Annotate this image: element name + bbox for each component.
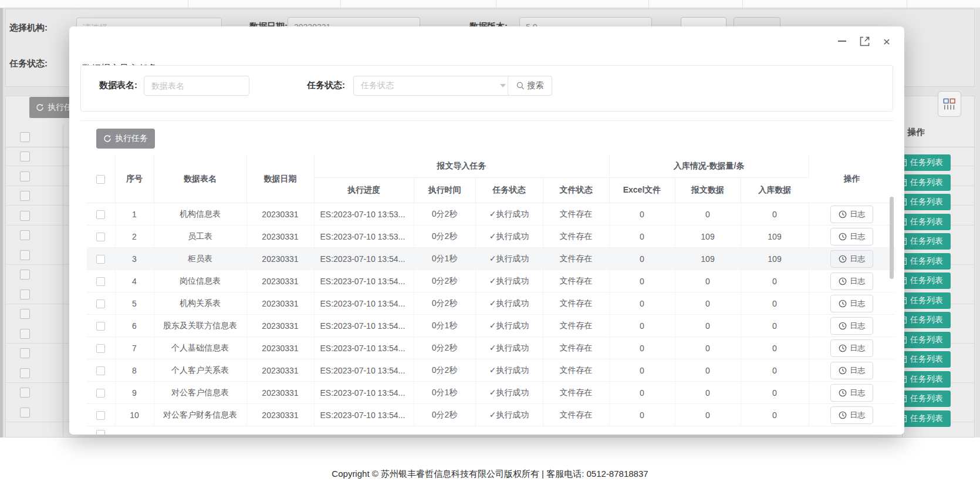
section-divider — [80, 120, 893, 121]
row-checkbox[interactable] — [96, 344, 105, 353]
background-row-checkbox[interactable] — [20, 270, 30, 280]
row-checkbox-cell — [87, 292, 115, 315]
row-no: 2 — [115, 226, 154, 248]
task-list-label: 任务列表 — [910, 275, 943, 286]
row-checkbox[interactable] — [96, 389, 105, 398]
row-checkbox-cell — [87, 226, 115, 248]
maximize-button[interactable] — [857, 34, 871, 48]
log-button[interactable]: 日志 — [830, 317, 873, 335]
row-progress: ES:2023-07-10 13:54... — [314, 270, 414, 292]
minimize-button[interactable] — [835, 34, 849, 48]
row-checkbox[interactable] — [96, 277, 105, 286]
task-status-select[interactable]: 任务状态 — [353, 76, 513, 96]
background-top-table-edge — [0, 0, 980, 8]
row-progress: ES:2023-07-10 13:54... — [314, 248, 414, 270]
select-all-checkbox[interactable] — [96, 175, 105, 184]
row-db-count: 0 — [741, 382, 809, 404]
log-button[interactable]: 日志 — [830, 384, 873, 402]
log-button[interactable]: 日志 — [830, 362, 873, 379]
log-button[interactable]: 日志 — [830, 228, 873, 245]
row-no: 10 — [115, 404, 154, 426]
task-list-label: 任务列表 — [910, 393, 943, 404]
log-button[interactable]: 日志 — [830, 339, 873, 357]
background-row-checkbox[interactable] — [20, 230, 30, 240]
divider — [907, 0, 907, 8]
table-row: 5机构关系表20230331ES:2023-07-10 13:54...0分2秒… — [87, 292, 895, 315]
column-settings-icon — [943, 98, 956, 110]
row-checkbox[interactable] — [96, 322, 105, 331]
column-settings-button[interactable] — [938, 91, 961, 117]
row-checkbox-cell — [87, 315, 115, 337]
row-msg-count: 109 — [675, 248, 741, 270]
table-scrollbar[interactable] — [890, 197, 894, 279]
row-file-status: 文件存在 — [543, 315, 609, 337]
execute-task-button[interactable]: 执行任务 — [96, 129, 155, 149]
background-operation-header: 操作 — [907, 127, 925, 138]
row-db-count: 0 — [741, 337, 809, 359]
clock-icon — [839, 411, 847, 419]
row-operation-cell: 日志 — [809, 270, 895, 292]
col-header-progress: 执行进度 — [314, 178, 414, 203]
clock-icon — [839, 210, 847, 218]
footer: Copyright © 苏州银丰睿哲信息科技有限公司版权所有 | 客服电话: 0… — [0, 437, 980, 488]
background-row-checkbox[interactable] — [20, 408, 30, 418]
clock-icon — [839, 389, 847, 397]
background-select-all-checkbox[interactable] — [20, 132, 30, 142]
background-row-checkbox[interactable] — [20, 388, 30, 398]
row-checkbox[interactable] — [96, 210, 105, 219]
row-checkbox[interactable] — [96, 366, 105, 375]
row-checkbox[interactable] — [96, 233, 105, 241]
row-msg-count: 0 — [675, 404, 741, 426]
background-row-checkbox[interactable] — [20, 191, 30, 201]
row-status: ✓执行成功 — [475, 315, 543, 337]
background-row-checkbox[interactable] — [20, 368, 30, 378]
org-filter-label: 选择机构: — [9, 22, 48, 33]
row-data-date: 20230331 — [246, 270, 314, 292]
refresh-icon — [36, 103, 44, 112]
row-checkbox[interactable] — [96, 299, 105, 308]
table-name-input[interactable] — [144, 76, 249, 96]
background-row-checkbox[interactable] — [20, 348, 30, 358]
row-time: 0分1秒 — [414, 382, 475, 404]
table-row: 3柜员表20230331ES:2023-07-10 13:54...0分1秒✓执… — [87, 248, 895, 270]
row-time: 0分1秒 — [414, 315, 475, 337]
row-file-status: 文件存在 — [543, 359, 609, 382]
log-button[interactable]: 日志 — [830, 295, 873, 312]
row-db-count: 0 — [741, 270, 809, 292]
search-icon — [516, 82, 525, 90]
background-row-checkbox[interactable] — [20, 329, 30, 339]
row-file-status: 文件存在 — [543, 404, 609, 426]
partial-row-checkbox[interactable] — [96, 430, 105, 435]
background-row-checkbox[interactable] — [20, 309, 30, 319]
background-row-checkbox[interactable] — [20, 152, 30, 161]
background-row-checkbox[interactable] — [20, 171, 30, 181]
row-status: ✓执行成功 — [475, 404, 543, 426]
row-time: 0分2秒 — [414, 226, 475, 248]
row-checkbox[interactable] — [96, 411, 105, 420]
col-header-table-name: 数据表名 — [154, 155, 246, 203]
row-checkbox-cell — [87, 359, 115, 382]
log-button-label: 日志 — [850, 298, 865, 309]
log-button[interactable]: 日志 — [830, 206, 873, 223]
row-operation-cell: 日志 — [809, 292, 895, 315]
row-excel-count: 0 — [609, 270, 675, 292]
divider — [340, 0, 341, 8]
close-button[interactable]: × — [880, 34, 894, 48]
task-list-label: 任务列表 — [910, 354, 943, 365]
row-progress: ES:2023-07-10 13:53... — [314, 203, 414, 226]
task-list-label: 任务列表 — [910, 177, 943, 188]
background-row-checkbox[interactable] — [20, 250, 30, 260]
log-button-label: 日志 — [850, 209, 865, 220]
search-button[interactable]: 搜索 — [508, 76, 552, 96]
row-checkbox[interactable] — [96, 255, 105, 264]
log-button[interactable]: 日志 — [830, 250, 873, 268]
row-operation-cell: 日志 — [809, 203, 895, 226]
background-row-checkbox[interactable] — [20, 290, 30, 299]
row-msg-count: 0 — [675, 337, 741, 359]
log-button[interactable]: 日志 — [830, 406, 873, 424]
background-row-checkbox[interactable] — [20, 211, 30, 221]
row-operation-cell: 日志 — [809, 382, 895, 404]
row-progress: ES:2023-07-10 13:54... — [314, 382, 414, 404]
log-button[interactable]: 日志 — [830, 272, 873, 290]
row-operation-cell: 日志 — [809, 248, 895, 270]
